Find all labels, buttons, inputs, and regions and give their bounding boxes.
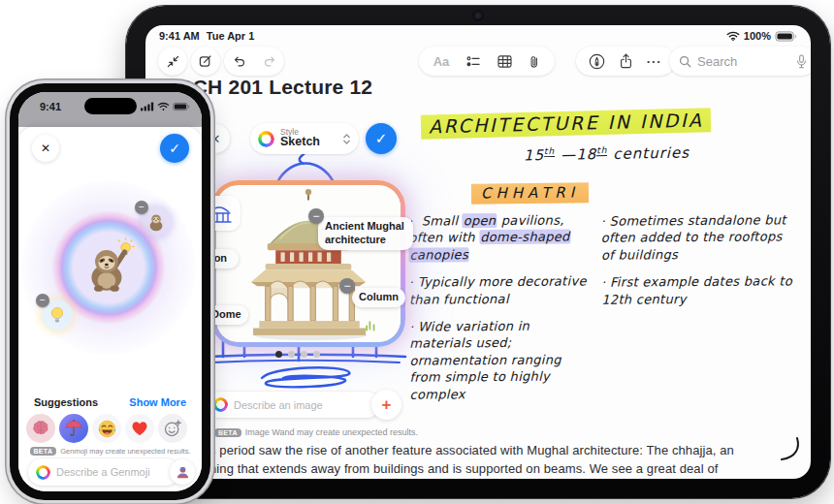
search-icon xyxy=(679,55,691,68)
compose-icon xyxy=(199,54,212,68)
expand-input-button[interactable]: + xyxy=(371,390,401,420)
genmoji-beta-row: BETA Genmoji may create unexpected resul… xyxy=(18,447,202,456)
sloth-icon xyxy=(144,210,168,234)
marketing-canvas: 9:41 AM Tue Apr 1 100% xyxy=(0,0,834,504)
remove-element-button[interactable]: − xyxy=(135,201,148,214)
handwritten-heading: ARCHITECTURE IN INDIA xyxy=(421,108,712,139)
sub-sup: th xyxy=(596,145,607,156)
sub-part: centuries xyxy=(607,144,690,163)
iphone-volume-down-button xyxy=(5,207,8,231)
tag-column[interactable]: Column xyxy=(352,288,405,307)
format-toolbar-group: Aa xyxy=(419,47,555,76)
handwriting-stroke xyxy=(779,436,802,463)
people-button[interactable] xyxy=(170,459,195,485)
collapse-toolbar-button[interactable] xyxy=(158,47,187,76)
sub-part: —18 xyxy=(555,145,596,164)
laughing-face-icon xyxy=(97,419,117,439)
battery-percent: 100% xyxy=(744,30,771,42)
ipad-front-camera xyxy=(474,12,482,19)
bullet-text: Small xyxy=(422,213,463,228)
compose-note-button[interactable] xyxy=(191,47,220,76)
generated-sloth-genmoji xyxy=(79,237,139,298)
lightbulb-icon xyxy=(48,305,67,325)
dynamic-island xyxy=(84,98,137,114)
tag-dome[interactable]: Dome xyxy=(205,305,248,325)
genmoji-close-button[interactable]: ✕ xyxy=(32,135,59,162)
minus-icon: − xyxy=(312,210,319,222)
apple-intelligence-icon xyxy=(213,397,228,412)
table-button[interactable] xyxy=(497,55,512,68)
iphone-time: 9:41 xyxy=(40,101,61,112)
describe-genmoji-placeholder: Describe a Genmoji xyxy=(56,466,150,478)
iphone-status-icons xyxy=(141,102,190,111)
describe-image-input[interactable]: Describe an image xyxy=(206,392,380,418)
image-wand-accept-button[interactable]: ✓ xyxy=(366,123,397,154)
notes-column-2: · Sometimes standalone but often added t… xyxy=(601,211,796,318)
remove-tag-button[interactable]: − xyxy=(339,278,355,294)
describe-genmoji-input[interactable]: Describe a Genmoji xyxy=(28,458,179,486)
suggestion-emoji-row xyxy=(26,414,187,443)
describe-image-placeholder: Describe an image xyxy=(234,399,323,411)
highlighted-word: canopies xyxy=(409,247,469,262)
heart-icon xyxy=(130,420,149,437)
suggestion-heart-emoji[interactable] xyxy=(125,414,154,443)
bullet-item: · Wide variation in materials used; orna… xyxy=(409,317,596,402)
show-more-link[interactable]: Show More xyxy=(129,396,186,408)
style-page-dots[interactable] xyxy=(275,351,320,358)
add-emoji-icon xyxy=(163,419,182,438)
ipad-date: Tue Apr 1 xyxy=(207,30,255,42)
style-value: Sketch xyxy=(280,136,337,149)
sub-part: 15 xyxy=(524,146,544,164)
suggestion-brain-emoji[interactable] xyxy=(26,414,55,443)
plus-icon: + xyxy=(382,395,392,415)
handwritten-subheading: 15th —18th centuries xyxy=(524,144,690,165)
ipad-status-left: 9:41 AM Tue Apr 1 xyxy=(159,30,254,42)
suggestion-umbrella-emoji[interactable] xyxy=(59,414,88,443)
notes-column-1: · Small open pavilions, often with dome-… xyxy=(408,211,595,413)
apple-intelligence-icon xyxy=(258,131,274,147)
typed-paragraph-line2: ning that extends away from buildings an… xyxy=(209,460,718,478)
redo-button[interactable] xyxy=(263,55,276,68)
handwritten-section-title: CHHATRI xyxy=(471,182,589,204)
bullet-item: · First example dates back to 12th centu… xyxy=(601,273,795,308)
page-dot[interactable] xyxy=(301,351,307,358)
markup-pen-icon[interactable] xyxy=(589,53,605,70)
checklist-button[interactable] xyxy=(466,55,481,68)
beta-badge: BETA xyxy=(214,428,241,437)
page-dot-active[interactable] xyxy=(275,351,282,358)
typed-paragraph-line1: s period saw the rise of another feature… xyxy=(209,442,734,459)
text-format-button[interactable]: Aa xyxy=(433,54,450,69)
undo-redo-group xyxy=(224,47,284,76)
iphone-volume-up-button xyxy=(5,178,8,202)
bullet-item: · Small open pavilions, often with dome-… xyxy=(408,211,594,264)
check-icon: ✓ xyxy=(375,130,388,147)
genmoji-accept-button[interactable]: ✓ xyxy=(160,134,189,163)
dictation-mic-icon[interactable] xyxy=(796,54,807,69)
add-emoji-button[interactable] xyxy=(158,414,187,443)
tag-ancient-mughal[interactable]: Ancient Mughal architecture xyxy=(318,217,413,250)
remove-tag-button[interactable]: − xyxy=(308,208,324,224)
remove-element-button[interactable]: − xyxy=(36,294,49,307)
attachment-icon[interactable] xyxy=(529,54,540,69)
search-field[interactable]: Search xyxy=(669,47,811,76)
close-icon: ✕ xyxy=(210,132,221,146)
beta-badge: BETA xyxy=(30,447,57,456)
more-options-button[interactable]: ··· xyxy=(647,54,662,69)
signal-icon xyxy=(141,102,154,111)
share-icon[interactable] xyxy=(620,53,632,69)
page-dot[interactable] xyxy=(288,351,295,358)
minus-icon: − xyxy=(343,280,350,292)
image-wand-disclaimer: Image Wand may create unexpected results… xyxy=(245,427,418,437)
close-icon: ✕ xyxy=(41,142,50,155)
bullet-text: Wide variation in materials used; orname… xyxy=(409,319,561,401)
battery-icon xyxy=(775,31,797,42)
genmoji-disclaimer: Genmoji may create unexpected results. xyxy=(60,447,190,456)
bullet-item: · Sometimes standalone but often added t… xyxy=(601,211,795,264)
undo-button[interactable] xyxy=(233,55,246,68)
page-dot[interactable] xyxy=(313,351,320,358)
ipad-status-right: 100% xyxy=(726,30,797,42)
highlighted-word: open xyxy=(463,213,497,228)
check-icon: ✓ xyxy=(169,141,180,156)
style-picker[interactable]: Style Sketch xyxy=(250,123,359,154)
suggestion-laughing-emoji[interactable] xyxy=(92,414,121,443)
